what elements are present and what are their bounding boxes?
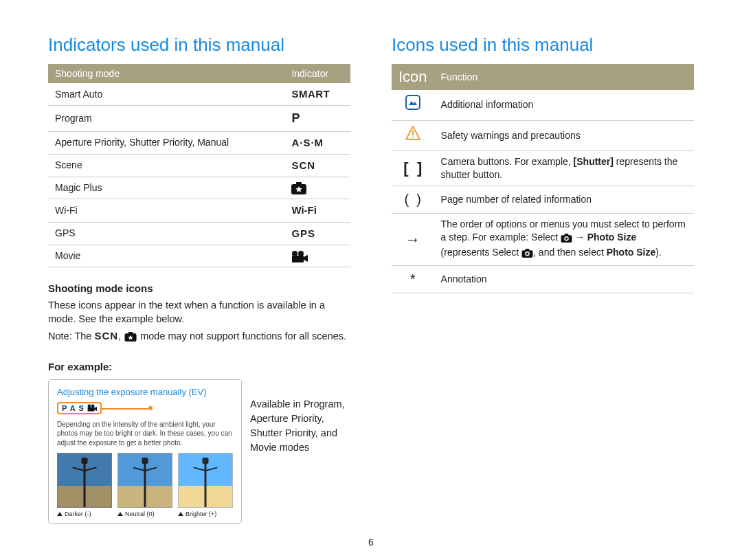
gps-indicator: GPS [291, 227, 315, 239]
asterisk-icon: * [392, 265, 434, 293]
svg-point-3 [298, 251, 304, 256]
movie-badge-icon [87, 404, 97, 412]
table-row: Aperture Priority, Shutter Priority, Man… [48, 131, 350, 154]
icons-table: Icon Function Additional information [392, 64, 694, 293]
arrow-icon: → [392, 214, 434, 266]
p-indicator: P [291, 111, 300, 125]
right-heading: Icons used in this manual [392, 34, 694, 56]
th-function: Function [434, 64, 694, 90]
smart-indicator: SMART [291, 88, 330, 100]
magic-plus-icon [291, 182, 306, 194]
left-column: Indicators used in this manual Shooting … [48, 34, 350, 524]
example-box: Adjusting the exposure manually (EV) P A… [48, 379, 242, 524]
svg-rect-18 [526, 249, 530, 251]
svg-rect-10 [406, 96, 420, 109]
shooting-mode-icons-body: These icons appear in the text when a fu… [48, 298, 350, 326]
warning-icon [405, 128, 421, 145]
shooting-mode-icons-heading: Shooting mode icons [48, 282, 350, 294]
example-legend: Available in Program, Aperture Priority,… [250, 379, 350, 455]
movie-icon [291, 251, 308, 262]
svg-point-16 [565, 238, 567, 240]
example-desc: Depending on the intensity of the ambien… [57, 420, 233, 448]
mode-badge: P A S [57, 402, 102, 414]
camera-inline-icon [521, 248, 533, 261]
th-mode: Shooting mode [48, 64, 284, 83]
right-column: Icons used in this manual Icon Function … [392, 34, 694, 524]
table-row: Safety warnings and precautions [392, 120, 694, 151]
table-row: ( ) Page number of related information [392, 186, 694, 214]
callout-line [100, 408, 148, 410]
thumb-neutral: Neutral (0) [117, 453, 172, 517]
thumb-darker: Darker (-) [57, 453, 112, 517]
example-title: Adjusting the exposure manually (EV) [57, 387, 233, 397]
svg-point-2 [292, 251, 297, 256]
table-row: Program P [48, 106, 350, 131]
svg-rect-1 [296, 182, 302, 185]
th-icon: Icon [392, 64, 434, 90]
svg-rect-12 [412, 137, 414, 138]
brackets-icon: [ ] [392, 151, 434, 186]
svg-point-20 [526, 252, 528, 254]
camera-inline-icon [561, 233, 572, 246]
svg-point-7 [87, 405, 91, 408]
magic-plus-inline-icon [124, 331, 137, 345]
callout-dot [148, 406, 153, 410]
svg-point-8 [91, 405, 95, 408]
table-row: → The order of options or menus you must… [392, 214, 694, 266]
indicators-table: Shooting mode Indicator Smart Auto SMART… [48, 64, 350, 267]
table-row: GPS GPS [48, 222, 350, 245]
example-thumbs: Darker (-) Neutral (0) Brighter (+) [57, 453, 233, 517]
asm-indicator: A·S·M [291, 137, 324, 148]
parentheses-icon: ( ) [392, 186, 434, 214]
scn-inline-icon: SCN [94, 330, 118, 341]
table-row: Additional information [392, 90, 694, 120]
note-icon [405, 97, 421, 114]
thumb-brighter: Brighter (+) [178, 453, 233, 517]
svg-rect-11 [412, 131, 414, 135]
svg-rect-9 [87, 407, 94, 412]
wifi-indicator: Wi-Fi [291, 204, 317, 216]
svg-rect-14 [565, 234, 569, 236]
for-example-heading: For example: [48, 361, 350, 372]
table-row: Smart Auto SMART [48, 83, 350, 106]
left-heading: Indicators used in this manual [48, 34, 350, 56]
svg-rect-4 [292, 256, 304, 262]
page-number: 6 [368, 537, 374, 548]
scn-indicator: SCN [291, 159, 315, 171]
table-row: Movie [48, 245, 350, 267]
table-row: Wi-Fi Wi-Fi [48, 199, 350, 222]
th-indicator: Indicator [284, 64, 350, 83]
table-row: Magic Plus [48, 177, 350, 199]
table-row: [ ] Camera buttons. For example, [Shutte… [392, 151, 694, 186]
table-row: * Annotation [392, 265, 694, 293]
table-row: Scene SCN [48, 154, 350, 177]
svg-rect-6 [128, 332, 133, 334]
shooting-mode-note: Note: The SCN, mode may not support func… [48, 328, 350, 345]
